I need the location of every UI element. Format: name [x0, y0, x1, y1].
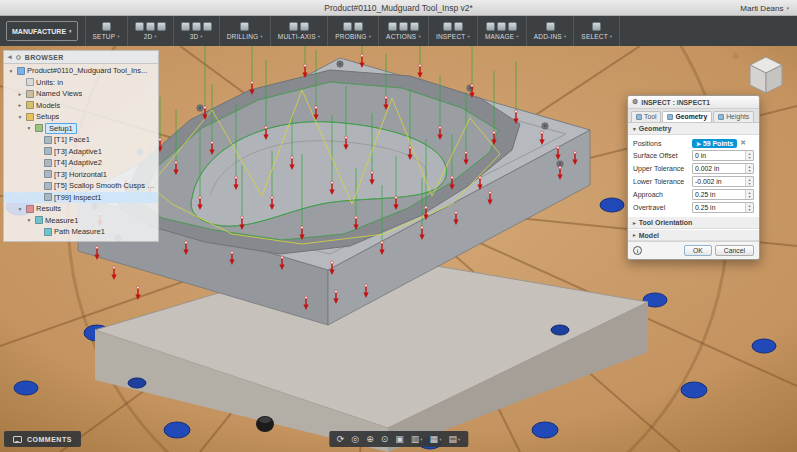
toolbar-tab-multi-axis[interactable]: MULTI-AXIS▾: [271, 16, 328, 46]
ok-button[interactable]: OK: [684, 245, 712, 256]
chevron-down-icon: ▾: [69, 28, 72, 34]
cancel-button[interactable]: Cancel: [715, 245, 754, 256]
collapse-icon[interactable]: ▾: [25, 125, 33, 131]
display-settings-icon[interactable]: ▥▾: [411, 435, 423, 444]
tree-item-product-0110-mudguard-tool-ins[interactable]: ▾Product#0110_Mudguard Tool_Ins...: [4, 65, 158, 77]
workspace-switcher[interactable]: MANUFACTURE ▾: [6, 21, 78, 41]
tree-item-named-views[interactable]: ▸Named Views: [4, 88, 158, 100]
field-input-lower-tolerance[interactable]: -0.002 in▴▾: [692, 176, 754, 187]
tab-icon-row: [102, 22, 111, 31]
tree-item-t1-face1[interactable]: [T1] Face1: [4, 134, 158, 146]
tree-item-models[interactable]: ▸Models: [4, 100, 158, 112]
spinner-icon[interactable]: ▴▾: [745, 203, 753, 212]
dialog-tab-geometry[interactable]: Geometry: [662, 111, 712, 122]
tree-item-results[interactable]: ▾Results: [4, 203, 158, 215]
user-account-menu[interactable]: Marti Deans ▾: [740, 0, 789, 16]
expand-icon[interactable]: ▸: [16, 102, 24, 108]
collapse-panel-icon[interactable]: ◂: [8, 53, 12, 61]
tree-item-label: Setups: [36, 112, 59, 121]
tree-item-measure1[interactable]: ▾Measure1: [4, 215, 158, 227]
browser-panel: ◂ BROWSER ▾Product#0110_Mudguard Tool_In…: [3, 50, 159, 242]
tree-item-t3-horizontal1[interactable]: [T3] Horizontal1: [4, 169, 158, 181]
toolbar-tab-3d[interactable]: 3D▾: [174, 16, 220, 46]
tree-item-setups[interactable]: ▾Setups: [4, 111, 158, 123]
setup-sheet-icon: [410, 22, 419, 31]
toolbar-tab-select[interactable]: SELECT▾: [574, 16, 620, 46]
tree-item-t4-adaptive2[interactable]: [T4] Adaptive2: [4, 157, 158, 169]
chevron-down-icon: ▾: [786, 5, 789, 11]
field-input-surface-offset[interactable]: 0 in▴▾: [692, 150, 754, 161]
fit-icon: ▣: [395, 435, 404, 444]
viewports-icon[interactable]: ▤▾: [448, 435, 460, 444]
clear-selection-icon[interactable]: ✕: [740, 139, 746, 147]
home-icon[interactable]: ⌂: [733, 50, 738, 60]
tree-item-t5-scallop-smooth-cusps-re[interactable]: [T5] Scallop Smooth Cusps Re...: [4, 180, 158, 192]
field-input-overtravel[interactable]: 0.25 in▴▾: [692, 202, 754, 213]
toolbar-tab-drilling[interactable]: DRILLING▾: [220, 16, 271, 46]
tree-item-setup1[interactable]: ▾Setup1: [4, 123, 158, 135]
op-icon: [44, 136, 52, 144]
tree-item-label: [T5] Scallop Smooth Cusps Re...: [54, 181, 158, 190]
collapse-icon[interactable]: ▾: [25, 217, 33, 223]
flow-icon: [300, 22, 309, 31]
toolbar-tab-manage[interactable]: MANAGE▾: [478, 16, 527, 46]
tab-label: 3D▾: [190, 33, 203, 40]
info-icon[interactable]: i: [633, 246, 642, 255]
field-input-upper-tolerance[interactable]: 0.002 in▴▾: [692, 163, 754, 174]
measure-icon: [44, 228, 52, 236]
collapse-icon[interactable]: ▾: [7, 68, 15, 74]
tree-item-t99-inspect1[interactable]: [T99] Inspect1: [4, 192, 158, 204]
dialog-tab-heights[interactable]: Heights: [713, 111, 754, 122]
tree-item-label: Results: [36, 204, 61, 213]
collapse-icon[interactable]: ▾: [16, 206, 24, 212]
dialog-tab-tool[interactable]: Tool: [631, 111, 661, 122]
section-header-model[interactable]: ▸Model: [628, 229, 759, 241]
toolbar-tab-add-ins[interactable]: ADD-INS▾: [527, 16, 575, 46]
zoom-icon[interactable]: ⊙: [381, 435, 389, 444]
tab-icon-row: [443, 22, 463, 31]
pan-icon[interactable]: ⊕: [366, 435, 374, 444]
toolbar-tab-probing[interactable]: PROBING▾: [328, 16, 379, 46]
comments-bar[interactable]: COMMENTS: [4, 431, 81, 447]
section-header-tool-orientation[interactable]: ▸Tool Orientation: [628, 217, 759, 229]
inspect-dialog: ⚙ INSPECT : INSPECT1 ToolGeometryHeights…: [627, 95, 760, 260]
toolbar-tab-setup[interactable]: SETUP▾: [85, 16, 128, 46]
look-at-icon[interactable]: ◎: [351, 435, 359, 444]
grid-settings-icon[interactable]: ▦▾: [430, 435, 442, 444]
tree-item-label: Path Measure1: [54, 227, 105, 236]
scallop-icon: [203, 22, 212, 31]
inspection-report-icon: [454, 22, 463, 31]
positions-selection-chip[interactable]: ➤ 59 Points: [692, 139, 737, 148]
geometry-section-header[interactable]: ▾ Geometry: [628, 123, 759, 135]
fit-icon[interactable]: ▣: [395, 435, 404, 444]
folder-icon: [26, 113, 34, 121]
machine-library-icon: [508, 22, 517, 31]
spinner-icon[interactable]: ▴▾: [745, 164, 753, 173]
expand-icon[interactable]: ▸: [16, 91, 24, 97]
chevron-down-icon: ▾: [117, 34, 119, 39]
toolbar-tab-2d[interactable]: 2D▾: [128, 16, 174, 46]
positions-row: Positions ➤ 59 Points ✕: [628, 137, 759, 149]
tree-item-path-measure1[interactable]: Path Measure1: [4, 226, 158, 238]
spinner-icon[interactable]: ▴▾: [745, 177, 753, 186]
tree-item-units-in[interactable]: Units: in: [4, 77, 158, 89]
field-input-approach[interactable]: 0.25 in▴▾: [692, 189, 754, 200]
dialog-header[interactable]: ⚙ INSPECT : INSPECT1: [628, 96, 759, 109]
toolbar-tab-actions[interactable]: ACTIONS▾: [379, 16, 429, 46]
op-icon: [44, 159, 52, 167]
field-row-approach: Approach0.25 in▴▾: [628, 188, 759, 201]
geometry-section-label: Geometry: [639, 125, 672, 132]
browser-filter-icon[interactable]: [16, 55, 21, 60]
orbit-icon[interactable]: ⟳: [337, 435, 345, 444]
heights-tab-icon: [718, 114, 724, 120]
chevron-down-icon: ▾: [420, 437, 422, 442]
op-icon: [44, 182, 52, 190]
collapse-icon[interactable]: ▾: [16, 114, 24, 120]
viewports-icon: ▤: [448, 435, 457, 444]
tab-icon-row: [343, 22, 363, 31]
tree-item-t3-adaptive1[interactable]: [T3] Adaptive1: [4, 146, 158, 158]
comments-label: COMMENTS: [27, 436, 72, 443]
spinner-icon[interactable]: ▴▾: [745, 190, 753, 199]
toolbar-tab-inspect[interactable]: INSPECT▾: [429, 16, 478, 46]
spinner-icon[interactable]: ▴▾: [745, 151, 753, 160]
